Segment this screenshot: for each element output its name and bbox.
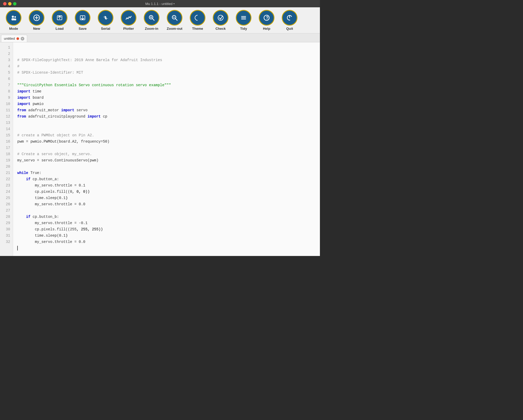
toolbar-btn-save[interactable]: Save xyxy=(71,9,94,32)
line-num-23: 23 xyxy=(0,182,13,189)
window-controls xyxy=(3,2,16,5)
code-line-4 xyxy=(17,76,320,82)
toolbar-btn-zoom-in[interactable]: Zoom-in xyxy=(140,9,163,32)
mode-label: Mode xyxy=(9,27,18,31)
line-num-31: 31 xyxy=(0,232,13,239)
comment-text: # SPDX-FileCopyrightText: 2019 Anne Bare… xyxy=(17,57,162,63)
code-line-13: # create a PWMOut object on Pin A2. xyxy=(17,132,320,138)
code-line-1: # SPDX-FileCopyrightText: 2019 Anne Bare… xyxy=(17,57,320,63)
code-line-7: import board xyxy=(17,95,320,101)
line-num-2: 2 xyxy=(0,51,13,57)
keyword-text: while xyxy=(17,170,28,176)
save-label: Save xyxy=(79,27,87,31)
code-line-6: import time xyxy=(17,88,320,95)
svg-point-0 xyxy=(12,16,14,18)
string-text: """CircuitPython Essentials Servo contin… xyxy=(17,82,171,88)
code-line-29: time.sleep(0.1) xyxy=(17,232,320,239)
svg-text:?: ? xyxy=(266,16,268,20)
toolbar-btn-new[interactable]: New xyxy=(25,9,48,32)
code-line-15 xyxy=(17,145,320,151)
code-line-5: """CircuitPython Essentials Servo contin… xyxy=(17,82,320,88)
line-num-20: 20 xyxy=(0,164,13,170)
tab-close-button[interactable]: × xyxy=(21,37,24,40)
line-num-17: 17 xyxy=(0,145,13,151)
tab-modified-indicator xyxy=(16,37,19,40)
tabbar: untitled × xyxy=(0,33,320,42)
serial-label: Serial xyxy=(101,27,110,31)
line-num-11: 11 xyxy=(0,107,13,113)
code-line-11 xyxy=(17,120,320,126)
titlebar: Mu 1.1.1 - untitled • xyxy=(0,0,320,7)
code-line-23: time.sleep(0.1) xyxy=(17,195,320,201)
line-num-18: 18 xyxy=(0,151,13,157)
toolbar-btn-theme[interactable]: Theme xyxy=(186,9,209,32)
code-line-14: pwm = pwmio.PWMOut(board.A2, frequency=5… xyxy=(17,138,320,145)
line-num-9: 9 xyxy=(0,95,13,101)
line-num-13: 13 xyxy=(0,120,13,126)
line-num-6: 6 xyxy=(0,76,13,82)
comment-text: # create a PWMOut object on Pin A2. xyxy=(17,132,94,138)
code-line-9: from adafruit_motor import servo xyxy=(17,107,320,113)
code-line-18 xyxy=(17,164,320,170)
theme-icon xyxy=(190,10,205,26)
line-num-3: 3 xyxy=(0,57,13,63)
help-icon: ? xyxy=(259,10,274,26)
new-icon xyxy=(29,10,44,26)
code-line-24: my_servo.throttle = 0.0 xyxy=(17,201,320,207)
minimize-button[interactable] xyxy=(8,2,12,5)
load-label: Load xyxy=(55,27,64,31)
plotter-icon xyxy=(121,10,136,26)
load-icon xyxy=(52,10,67,26)
code-line-19: while True: xyxy=(17,170,320,176)
code-line-16: # Create a servo object, my_servo. xyxy=(17,151,320,157)
svg-line-12 xyxy=(152,19,154,20)
code-line-28: cp.pixels.fill((255, 255, 255)) xyxy=(17,226,320,232)
code-line-21: my_servo.throttle = 0.1 xyxy=(17,182,320,189)
theme-label: Theme xyxy=(192,27,203,31)
line-num-8: 8 xyxy=(0,88,13,95)
check-label: Check xyxy=(215,27,226,31)
line-num-27: 27 xyxy=(0,207,13,214)
code-line-26: if cp.button_b: xyxy=(17,214,320,220)
comment-text: # xyxy=(17,63,19,69)
code-line-25 xyxy=(17,207,320,214)
line-num-1: 1 xyxy=(0,44,13,51)
toolbar-btn-serial[interactable]: Serial xyxy=(94,9,117,32)
code-line-22: cp.pixels.fill((0, 0, 0)) xyxy=(17,189,320,195)
toolbar-btn-quit[interactable]: Quit xyxy=(278,9,301,32)
code-area[interactable]: # SPDX-FileCopyrightText: 2019 Anne Bare… xyxy=(13,42,320,256)
toolbar-btn-tidy[interactable]: Tidy xyxy=(232,9,255,32)
save-icon xyxy=(75,10,90,26)
zoom-out-icon xyxy=(167,10,182,26)
editor[interactable]: 1234567891011121314151617181920212223242… xyxy=(0,42,320,256)
code-line-12 xyxy=(17,126,320,132)
line-num-16: 16 xyxy=(0,138,13,145)
comment-text: # SPDX-License-Identifier: MIT xyxy=(17,69,83,76)
code-line-8: import pwmio xyxy=(17,101,320,107)
svg-rect-3 xyxy=(14,19,16,20)
line-num-30: 30 xyxy=(0,226,13,232)
line-numbers: 1234567891011121314151617181920212223242… xyxy=(0,42,13,256)
toolbar-btn-help[interactable]: ?Help xyxy=(255,9,278,32)
svg-point-2 xyxy=(14,16,16,18)
line-num-14: 14 xyxy=(0,126,13,132)
close-button[interactable] xyxy=(3,2,7,5)
maximize-button[interactable] xyxy=(13,2,16,5)
toolbar-btn-check[interactable]: Check xyxy=(209,9,232,32)
code-line-30: my_servo.throttle = 0.0 xyxy=(17,239,320,245)
toolbar: ModeNewLoadSaveSerialPlotterZoom-inZoom-… xyxy=(0,7,320,33)
zoom-out-label: Zoom-out xyxy=(167,27,182,31)
line-num-19: 19 xyxy=(0,157,13,164)
toolbar-btn-load[interactable]: Load xyxy=(48,9,71,32)
line-num-21: 21 xyxy=(0,170,13,176)
code-line-3: # SPDX-License-Identifier: MIT xyxy=(17,69,320,76)
mode-icon xyxy=(6,10,21,26)
code-line-32 xyxy=(17,251,320,256)
line-num-22: 22 xyxy=(0,176,13,182)
toolbar-btn-plotter[interactable]: Plotter xyxy=(117,9,140,32)
line-num-24: 24 xyxy=(0,189,13,195)
toolbar-btn-mode[interactable]: Mode xyxy=(2,9,25,32)
toolbar-btn-zoom-out[interactable]: Zoom-out xyxy=(163,9,186,32)
quit-label: Quit xyxy=(286,27,293,31)
tab-untitled[interactable]: untitled × xyxy=(1,35,27,42)
